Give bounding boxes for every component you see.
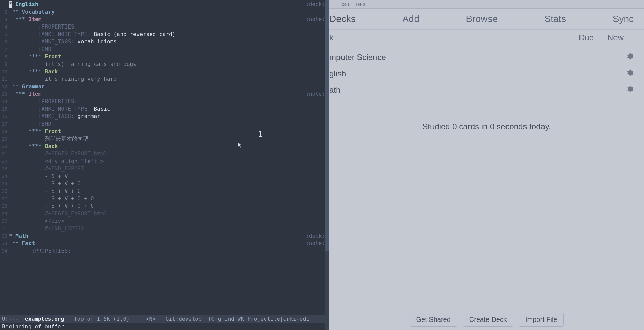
- editor-line[interactable]: 2 ** Vocabulary: [0, 8, 329, 16]
- editor-line[interactable]: 22 <div align="left">: [0, 158, 329, 165]
- line-number: 23: [0, 165, 9, 172]
- editor-line[interactable]: 31 #+END_EXPORT: [0, 225, 329, 232]
- org-tag: :note:: [306, 16, 325, 23]
- org-tag: :note:: [306, 240, 325, 247]
- modeline-filename: examples.org: [25, 316, 64, 322]
- line-number: 16: [0, 113, 9, 120]
- modeline: U:--- examples.org Top of 1.5k (1,0) <N>…: [0, 315, 329, 323]
- editor-line[interactable]: 19 列举最基本的句型: [0, 135, 329, 143]
- org-tag: :deck:: [306, 1, 325, 8]
- editor-line[interactable]: 1* English:deck:: [0, 1, 329, 8]
- line-number: 7: [0, 45, 9, 53]
- line-number: 11: [0, 75, 9, 83]
- line-number: 33: [0, 240, 9, 247]
- editor-line[interactable]: 17 :END:: [0, 120, 329, 128]
- editor-line[interactable]: 20 **** Back: [0, 143, 329, 150]
- modeline-modes: (Org Ind WK Projectile[anki-edi: [208, 316, 310, 322]
- editor-line[interactable]: 27 - S + V + O + O: [0, 195, 329, 202]
- line-number: 32: [0, 232, 9, 240]
- line-number: 31: [0, 225, 9, 232]
- anki-dim-overlay: [329, 0, 644, 330]
- line-number: 2: [0, 8, 9, 16]
- line-number: 19: [0, 135, 9, 143]
- line-number: 12: [0, 83, 9, 90]
- editor-line[interactable]: 6 :ANKI_TAGS: vocab idioms: [0, 38, 329, 45]
- editor-line[interactable]: 9 (it's) raining cats and dogs: [0, 60, 329, 68]
- line-number: 1: [0, 1, 9, 8]
- line-number: 10: [0, 68, 9, 75]
- line-number: 9: [0, 60, 9, 68]
- editor-line[interactable]: 21 #+BEGIN_EXPORT html: [0, 150, 329, 158]
- editor-line[interactable]: 26 - S + V + C: [0, 187, 329, 195]
- modeline-position: Top of 1.5k (1,0): [64, 316, 146, 322]
- editor-line[interactable]: 29 #+BEGIN_EXPORT html: [0, 210, 329, 217]
- line-number: 18: [0, 128, 9, 135]
- line-number: 29: [0, 210, 9, 217]
- line-number: 24: [0, 172, 9, 180]
- line-number: 22: [0, 158, 9, 165]
- line-number: 30: [0, 217, 9, 225]
- line-number: 13: [0, 90, 9, 98]
- modeline-vcs: Git:develop: [156, 316, 208, 322]
- org-tag: :note:: [306, 90, 325, 98]
- line-number: 28: [0, 202, 9, 210]
- line-number: 34: [0, 247, 9, 255]
- editor-line[interactable]: 3 *** Item:note:: [0, 16, 329, 23]
- editor-line[interactable]: 7 :END:: [0, 45, 329, 53]
- editor-line[interactable]: 16 :ANKI_TAGS: grammar: [0, 113, 329, 120]
- editor-buffer[interactable]: 1* English:deck:2 ** Vocabulary3 *** Ite…: [0, 0, 329, 315]
- line-number: 14: [0, 98, 9, 105]
- org-tag: :deck:: [306, 232, 325, 240]
- ace-jump-overlay: 1: [258, 130, 263, 139]
- anki-window: Tools Help Decks Add Browse Stats Sync k…: [329, 0, 644, 330]
- editor-line[interactable]: 11 it's raining very hard: [0, 75, 329, 83]
- line-number: 4: [0, 23, 9, 31]
- emacs-editor-pane: 1* English:deck:2 ** Vocabulary3 *** Ite…: [0, 0, 329, 330]
- mouse-cursor: [238, 142, 242, 149]
- line-number: 15: [0, 105, 9, 113]
- line-number: 5: [0, 31, 9, 38]
- line-number: 20: [0, 143, 9, 150]
- editor-line[interactable]: 4 :PROPERTIES:: [0, 23, 329, 31]
- editor-line[interactable]: 14 :PROPERTIES:: [0, 98, 329, 105]
- editor-line[interactable]: 13 *** Item:note:: [0, 90, 329, 98]
- line-number: 6: [0, 38, 9, 45]
- modeline-prefix: U:---: [2, 316, 25, 322]
- editor-line[interactable]: 33 ** Fact:note:: [0, 240, 329, 247]
- editor-line[interactable]: 24 - S + V: [0, 172, 329, 180]
- editor-line[interactable]: 8 **** Front: [0, 53, 329, 60]
- editor-line[interactable]: 23 #+END_EXPORT: [0, 165, 329, 172]
- line-number: 21: [0, 150, 9, 158]
- editor-line[interactable]: 30 </div>: [0, 217, 329, 225]
- scrollbar-thumb[interactable]: [325, 0, 329, 251]
- line-number: 8: [0, 53, 9, 60]
- editor-line[interactable]: 34 :PROPERTIES:: [0, 247, 329, 255]
- editor-line[interactable]: 25 - S + V + O: [0, 180, 329, 187]
- editor-line[interactable]: 18 **** Front: [0, 128, 329, 135]
- editor-line[interactable]: 32* Math:deck:: [0, 232, 329, 240]
- editor-line[interactable]: 12 ** Grammar: [0, 83, 329, 90]
- editor-line[interactable]: 28 - S + V + O + C: [0, 202, 329, 210]
- line-number: 25: [0, 180, 9, 187]
- editor-line[interactable]: 10 **** Back: [0, 68, 329, 75]
- line-number: 17: [0, 120, 9, 128]
- modeline-evil-state: <N>: [146, 316, 156, 322]
- editor-scrollbar[interactable]: [325, 0, 329, 330]
- line-number: 3: [0, 16, 9, 23]
- line-number: 27: [0, 195, 9, 202]
- minibuffer: Beginning of buffer: [0, 323, 329, 330]
- editor-line[interactable]: 5 :ANKI_NOTE_TYPE: Basic (and reversed c…: [0, 31, 329, 38]
- editor-line[interactable]: 15 :ANKI_NOTE_TYPE: Basic: [0, 105, 329, 113]
- line-number: 26: [0, 187, 9, 195]
